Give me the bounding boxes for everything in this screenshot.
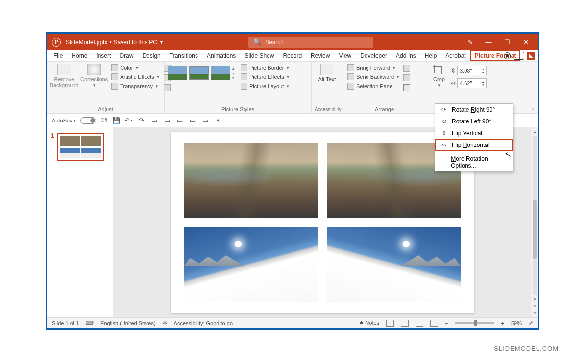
qat-icon[interactable]: ▭ bbox=[176, 117, 184, 124]
redo-icon[interactable]: ↷ bbox=[138, 117, 146, 124]
accessibility-status[interactable]: Accessibility: Good to go bbox=[174, 320, 233, 326]
flip-horizontal-item[interactable]: ⇔ Flip Horizontal bbox=[435, 139, 513, 151]
crop-icon bbox=[432, 64, 446, 75]
qat-icon[interactable]: ▭ bbox=[201, 117, 209, 124]
remove-background-button[interactable]: Remove Background bbox=[50, 64, 78, 88]
corrections-icon bbox=[87, 64, 101, 75]
save-icon[interactable]: 💾 bbox=[112, 117, 120, 124]
align-icon[interactable] bbox=[403, 65, 410, 72]
prev-slide-icon[interactable]: ≡ bbox=[533, 304, 536, 309]
record-icon[interactable] bbox=[504, 52, 511, 59]
qat-icon[interactable]: ▭ bbox=[150, 117, 158, 124]
tab-home[interactable]: Home bbox=[67, 50, 92, 61]
qat-icon[interactable]: ▭ bbox=[189, 117, 196, 124]
tab-animations[interactable]: Animations bbox=[202, 50, 240, 61]
zoom-in-button[interactable]: + bbox=[501, 320, 504, 326]
height-field[interactable]: 3.08"▴▾ bbox=[457, 66, 487, 75]
transparency-button[interactable]: Transparency▼ bbox=[110, 82, 161, 90]
more-rotation-item[interactable]: More Rotation Options... bbox=[435, 153, 513, 171]
bring-forward-button[interactable]: Bring Forward▼ bbox=[346, 64, 401, 72]
style-gallery[interactable]: ▴▾▿ bbox=[168, 64, 234, 80]
autosave-label: AutoSave bbox=[52, 118, 75, 123]
language-icon[interactable]: ⌨ bbox=[86, 320, 94, 326]
tab-transitions[interactable]: Transitions bbox=[165, 50, 202, 61]
color-button[interactable]: Color▼ bbox=[110, 64, 161, 72]
qat-icon[interactable]: ▭ bbox=[163, 117, 171, 124]
tab-addins[interactable]: Add-ins bbox=[392, 50, 420, 61]
selection-pane-icon bbox=[347, 83, 354, 90]
picture-snow-flipped[interactable] bbox=[327, 227, 461, 302]
selection-pane-button[interactable]: Selection Pane bbox=[346, 82, 401, 90]
rotate-right-item[interactable]: ⟳ Rotate Right 90° bbox=[435, 104, 513, 116]
tab-file[interactable]: File bbox=[49, 50, 67, 61]
tab-design[interactable]: Design bbox=[138, 50, 165, 61]
fit-to-window-icon[interactable]: ⤢ bbox=[529, 320, 533, 326]
tab-help[interactable]: Help bbox=[420, 50, 441, 61]
document-title[interactable]: SlideModel.pptx • Saved to this PC ▼ bbox=[66, 39, 164, 46]
zoom-slider[interactable] bbox=[455, 322, 494, 324]
picture-layout-button[interactable]: Picture Layout▼ bbox=[239, 82, 292, 90]
reading-view-icon[interactable] bbox=[416, 320, 423, 327]
vertical-scrollbar[interactable]: ▴ ▾ ≡ ≡ bbox=[531, 127, 538, 317]
accessibility-icon[interactable]: ✲ bbox=[163, 320, 167, 326]
flip-horizontal-icon: ⇔ bbox=[440, 141, 448, 149]
minimize-button[interactable]: — bbox=[480, 35, 497, 49]
tab-review[interactable]: Review bbox=[306, 50, 334, 61]
width-icon: ⇔ bbox=[451, 80, 456, 87]
slide-panel[interactable]: 1 bbox=[47, 127, 113, 317]
send-backward-button[interactable]: Send Backward▼ bbox=[346, 73, 401, 81]
maximize-button[interactable]: ☐ bbox=[499, 35, 515, 49]
style-preset[interactable] bbox=[189, 66, 209, 80]
comments-icon[interactable] bbox=[514, 52, 524, 60]
slide-thumbnail[interactable] bbox=[57, 133, 104, 161]
group-icon[interactable] bbox=[403, 74, 410, 81]
slideshow-view-icon[interactable] bbox=[430, 320, 438, 327]
ribbon-group-arrange: Bring Forward▼ Send Backward▼ Selection … bbox=[343, 62, 426, 113]
pen-icon[interactable]: ✎ bbox=[462, 35, 478, 49]
artistic-effects-button[interactable]: Artistic Effects▼ bbox=[110, 73, 161, 81]
bring-forward-icon bbox=[347, 64, 354, 71]
normal-view-icon[interactable] bbox=[386, 320, 394, 327]
style-preset[interactable] bbox=[168, 66, 187, 80]
picture-effects-button[interactable]: Picture Effects▼ bbox=[239, 73, 292, 81]
tab-record[interactable]: Record bbox=[278, 50, 306, 61]
share-icon[interactable]: ◣ bbox=[527, 52, 535, 60]
tab-slideshow[interactable]: Slide Show bbox=[240, 50, 278, 61]
zoom-value[interactable]: 59% bbox=[511, 320, 522, 326]
rotate-button[interactable] bbox=[403, 84, 410, 91]
slide bbox=[171, 132, 474, 313]
tab-insert[interactable]: Insert bbox=[92, 50, 115, 61]
autosave-toggle[interactable] bbox=[80, 117, 96, 124]
rotate-left-item[interactable]: ⟲ Rotate Left 90° bbox=[435, 116, 513, 127]
crop-button[interactable]: Crop ▼ bbox=[429, 64, 449, 88]
tab-developer[interactable]: Developer bbox=[356, 50, 392, 61]
undo-icon[interactable]: ↶▼ bbox=[125, 117, 133, 124]
ribbon-group-adjust: Remove Background Corrections ▼ Color▼ A… bbox=[47, 62, 165, 113]
picture-snow[interactable] bbox=[184, 227, 318, 302]
close-button[interactable]: ✕ bbox=[517, 35, 534, 49]
sorter-view-icon[interactable] bbox=[401, 320, 409, 327]
color-icon bbox=[111, 64, 118, 71]
style-preset[interactable] bbox=[211, 66, 230, 80]
picture-border-button[interactable]: Picture Border▼ bbox=[239, 64, 292, 72]
ribbon-collapse-button[interactable]: ⌄ bbox=[531, 105, 535, 111]
remove-background-icon bbox=[57, 64, 71, 75]
width-field[interactable]: 4.62"▴▾ bbox=[457, 78, 487, 88]
corrections-button[interactable]: Corrections ▼ bbox=[80, 64, 108, 88]
tab-view[interactable]: View bbox=[334, 50, 356, 61]
tab-acrobat[interactable]: Acrobat bbox=[441, 50, 470, 61]
alt-text-button[interactable]: Alt Text bbox=[316, 64, 339, 82]
qat-more-icon[interactable]: ▼ bbox=[214, 117, 222, 124]
next-slide-icon[interactable]: ≡ bbox=[533, 311, 536, 315]
scroll-up-icon[interactable]: ▴ bbox=[534, 129, 536, 134]
chevron-down-icon: ▼ bbox=[159, 40, 164, 45]
search-input[interactable]: 🔍 Search bbox=[248, 37, 373, 48]
picture-beach[interactable] bbox=[184, 143, 318, 218]
language-status[interactable]: English (United States) bbox=[100, 320, 156, 326]
scroll-down-icon[interactable]: ▾ bbox=[534, 297, 536, 302]
flip-vertical-item[interactable]: ⇕ Flip Vertical bbox=[435, 127, 513, 139]
tab-draw[interactable]: Draw bbox=[115, 50, 138, 61]
scrollbar-thumb[interactable] bbox=[533, 200, 537, 259]
notes-button[interactable]: ≐ Notes bbox=[359, 320, 379, 326]
zoom-out-button[interactable]: − bbox=[445, 320, 448, 326]
